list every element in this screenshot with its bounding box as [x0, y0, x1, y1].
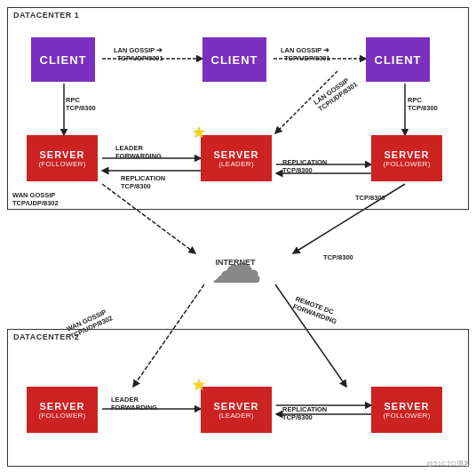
server6-label: SERVER: [384, 401, 429, 412]
leader-fwd-label-dc2: LEADERFORWARDING: [111, 396, 157, 412]
server5-sub: (LEADER): [218, 412, 254, 420]
diagram: DATACENTER 1 CLIENT CLIENT CLIENT LAN GO…: [0, 0, 476, 472]
server1-label: SERVER: [39, 149, 84, 160]
client3-label: CLIENT: [375, 53, 422, 67]
remote-dc-label: REMOTE DCFORWARDING: [291, 295, 340, 326]
lan-gossip-label-1: LAN GOSSIP ➔TCP/UDP/8301: [114, 46, 163, 62]
leader-fwd-label-dc1: LEADERFORWARDING: [115, 144, 162, 160]
lan-gossip-label-2: LAN GOSSIP ➔TCP/UDP/8301: [281, 46, 330, 62]
server1-box: SERVER (FOLLOWER): [27, 135, 98, 181]
wan-gossip-label-dc1: WAN GOSSIPTCP/UDP/8302: [12, 191, 59, 207]
server4-sub: (FOLLOWER): [38, 412, 85, 420]
datacenter1-label: DATACENTER 1: [13, 11, 79, 20]
client3-box: CLIENT: [366, 37, 430, 82]
tcp8300-label-dc1: TCP/8300: [355, 194, 385, 202]
server4-box: SERVER (FOLLOWER): [27, 387, 98, 433]
server2-box: SERVER (LEADER): [201, 135, 272, 181]
server5-label: SERVER: [213, 401, 258, 412]
server3-box: SERVER (FOLLOWER): [371, 135, 442, 181]
leader-star-dc2: ★: [192, 375, 206, 395]
client2-label: CLIENT: [211, 53, 258, 67]
replication-label-1: REPLICATIONTCP/8300: [121, 174, 165, 190]
rpc-label-2: RPCTCP/8300: [408, 96, 438, 112]
server6-box: SERVER (FOLLOWER): [371, 387, 442, 433]
client2-box: CLIENT: [202, 37, 266, 82]
server3-label: SERVER: [384, 149, 429, 160]
rpc-label-1: RPCTCP/8300: [66, 96, 96, 112]
leader-star-dc1: ★: [192, 123, 206, 142]
watermark: @51CTO博客: [426, 459, 471, 468]
client1-box: CLIENT: [31, 37, 95, 82]
server4-label: SERVER: [39, 401, 84, 412]
cloud-label: INTERNET: [216, 258, 256, 267]
client1-label: CLIENT: [40, 53, 87, 67]
cloud: ☁ INTERNET: [186, 242, 284, 291]
server1-sub: (FOLLOWER): [38, 160, 85, 168]
datacenter2-label: DATACENTER 2: [13, 332, 79, 341]
replication-label-dc2: REPLICATIONTCP/8300: [282, 405, 327, 421]
tcp8300-mid: TCP/8300: [323, 253, 353, 261]
server2-sub: (LEADER): [218, 160, 254, 168]
server6-sub: (FOLLOWER): [383, 412, 430, 420]
server3-sub: (FOLLOWER): [383, 160, 430, 168]
server2-label: SERVER: [213, 149, 258, 160]
replication-label-2: REPLICATIONTCP/8300: [282, 158, 327, 174]
server5-box: SERVER (LEADER): [201, 387, 272, 433]
